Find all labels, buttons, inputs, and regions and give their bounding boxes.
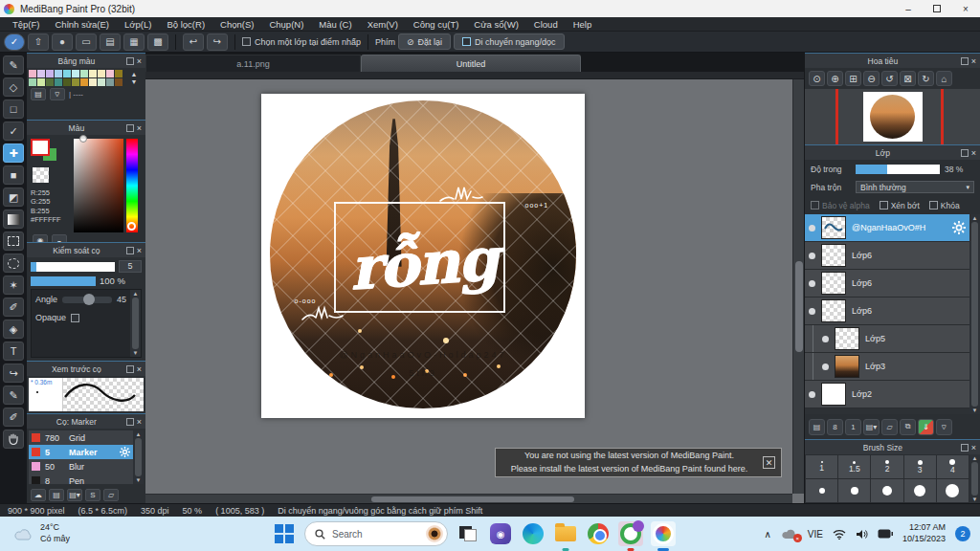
- popout-icon[interactable]: [126, 365, 134, 373]
- new-swatch-button[interactable]: ▤: [31, 88, 46, 100]
- palette-swatch[interactable]: [37, 78, 45, 86]
- zoom-actual-button[interactable]: ⊙: [809, 71, 825, 86]
- layer-settings-gear-icon[interactable]: [952, 221, 966, 234]
- menu-select[interactable]: Chọn(S): [213, 19, 260, 30]
- rotate-left-button[interactable]: ↺: [881, 71, 898, 86]
- chat-app-button[interactable]: ◉: [488, 521, 513, 546]
- layer-row[interactable]: Lớp2: [805, 381, 969, 408]
- select-eraser-tool[interactable]: ◈: [3, 320, 24, 339]
- menu-edit[interactable]: Chỉnh sửa(E): [49, 19, 117, 30]
- palette-swatch[interactable]: [98, 78, 105, 86]
- menu-tools[interactable]: Công cụ(T): [407, 19, 466, 30]
- chrome-browser-button[interactable]: [586, 521, 611, 546]
- menu-color[interactable]: Màu (C): [312, 19, 358, 30]
- brush-tool[interactable]: ✎: [3, 55, 24, 75]
- scroll-down-icon[interactable]: ▼: [131, 78, 138, 85]
- palette-swatch[interactable]: [63, 70, 71, 77]
- edge-browser-button[interactable]: [521, 521, 546, 546]
- brush-size-cell[interactable]: 1: [806, 455, 837, 478]
- brush-size-cell[interactable]: 4: [937, 455, 969, 478]
- menu-help[interactable]: Help: [567, 19, 599, 30]
- palette-swatch[interactable]: [80, 70, 88, 77]
- saturation-picker[interactable]: [74, 139, 123, 232]
- script-brush-button[interactable]: S: [85, 489, 100, 501]
- clock-widget[interactable]: 12:07 AM 10/15/2023: [902, 522, 946, 544]
- comment-list-button[interactable]: ▭: [76, 33, 97, 51]
- hue-marker[interactable]: [127, 222, 136, 231]
- lasso-tool[interactable]: [3, 253, 24, 273]
- fit-window-button[interactable]: ⊞: [845, 71, 861, 86]
- undo-button[interactable]: ↩: [183, 33, 204, 51]
- file-explorer-button[interactable]: [553, 521, 578, 546]
- select-layer-checkbox[interactable]: [242, 37, 251, 46]
- popout-icon[interactable]: [961, 444, 969, 452]
- palette-swatch[interactable]: [55, 78, 62, 86]
- language-indicator[interactable]: VIE: [808, 529, 823, 540]
- canvas-board[interactable]: ooo+1 o-ooo rỗng @NganHaaOvO-Holdap247 5…: [261, 94, 585, 418]
- canvas-horizontal-scrollbar[interactable]: [145, 494, 792, 503]
- minimize-button[interactable]: –: [894, 0, 923, 17]
- start-button[interactable]: [272, 521, 297, 546]
- layer-visibility-dot[interactable]: [822, 364, 829, 370]
- brush-item-blur[interactable]: 50 Blur: [29, 459, 133, 474]
- comment-button[interactable]: ●: [52, 33, 73, 51]
- clipping-checkbox[interactable]: [880, 201, 888, 209]
- text-tool[interactable]: T: [3, 342, 24, 361]
- pen-tool[interactable]: ✐: [3, 408, 24, 427]
- layer-visibility-dot[interactable]: [809, 280, 815, 287]
- duplicate-brush-button[interactable]: ▤▾: [67, 489, 82, 501]
- layer-visibility-dot[interactable]: [809, 391, 815, 398]
- badged-app-button[interactable]: [618, 521, 643, 546]
- foreground-color-swatch[interactable]: [31, 139, 50, 156]
- menu-filter[interactable]: Bộ lọc(R): [160, 19, 212, 30]
- saturation-marker[interactable]: [79, 135, 87, 143]
- bucket-fill-tool[interactable]: ◩: [3, 187, 24, 207]
- lock-checkbox[interactable]: [929, 201, 938, 209]
- lock-checkbox-row[interactable]: Khóa: [929, 201, 960, 210]
- clipping-checkbox-row[interactable]: Xén bớt: [880, 201, 920, 210]
- palette-swatch[interactable]: [115, 78, 122, 86]
- layer-visibility-dot[interactable]: [809, 308, 815, 315]
- palette-swatch[interactable]: [29, 78, 36, 86]
- palette-swatch[interactable]: [63, 78, 71, 86]
- magic-wand-tool[interactable]: ✶: [3, 276, 24, 295]
- export-button[interactable]: ⇧: [28, 33, 49, 51]
- palette-swatch[interactable]: [46, 70, 54, 77]
- close-icon[interactable]: ×: [137, 123, 142, 133]
- brush-size-scrollbar[interactable]: ▲▼: [969, 454, 980, 503]
- scrollbar-handle[interactable]: [371, 496, 574, 502]
- menu-file[interactable]: Tệp(F): [6, 19, 47, 30]
- rotate-canvas-tool[interactable]: ↪: [3, 364, 24, 383]
- reset-rotation-button[interactable]: ⊠: [900, 71, 916, 86]
- alpha-protect-checkbox[interactable]: [811, 201, 819, 209]
- popout-icon[interactable]: [126, 124, 134, 132]
- polyline-tool[interactable]: ✓: [3, 121, 24, 141]
- brush-size-cell[interactable]: 3: [904, 455, 936, 478]
- canvas-vertical-scrollbar[interactable]: [792, 79, 804, 494]
- hand-tool[interactable]: [3, 430, 24, 449]
- close-icon[interactable]: ×: [971, 56, 976, 66]
- task-view-button[interactable]: [456, 521, 480, 546]
- brush-size-cell[interactable]: [937, 479, 969, 502]
- brush-item-pen[interactable]: 8 Pen: [29, 474, 133, 484]
- alpha-protect-checkbox-row[interactable]: Bảo vệ alpha: [811, 201, 870, 210]
- popout-icon[interactable]: [126, 57, 134, 65]
- brush-size-value[interactable]: 5: [119, 260, 142, 273]
- palette-swatch[interactable]: [72, 78, 79, 86]
- layer-row[interactable]: Lớp6: [805, 298, 969, 325]
- wifi-icon[interactable]: [833, 529, 846, 540]
- popout-icon[interactable]: [961, 149, 969, 157]
- close-icon[interactable]: ×: [971, 443, 976, 452]
- scrollbar-handle[interactable]: [795, 261, 803, 352]
- close-icon[interactable]: ×: [137, 364, 142, 374]
- onedrive-icon[interactable]: ×: [781, 528, 798, 540]
- angle-slider[interactable]: [62, 297, 112, 303]
- angle-knob[interactable]: [83, 294, 95, 305]
- tab-a11png[interactable]: a.11.png: [145, 55, 361, 72]
- delete-layer-button[interactable]: 🜄: [936, 419, 952, 435]
- layer-list-scrollbar[interactable]: ▲▼: [969, 214, 980, 414]
- palette-swatch[interactable]: [55, 70, 62, 77]
- layer-row[interactable]: Lớp6: [805, 242, 969, 270]
- menu-view[interactable]: Xem(V): [361, 19, 405, 30]
- close-icon[interactable]: ×: [137, 56, 142, 66]
